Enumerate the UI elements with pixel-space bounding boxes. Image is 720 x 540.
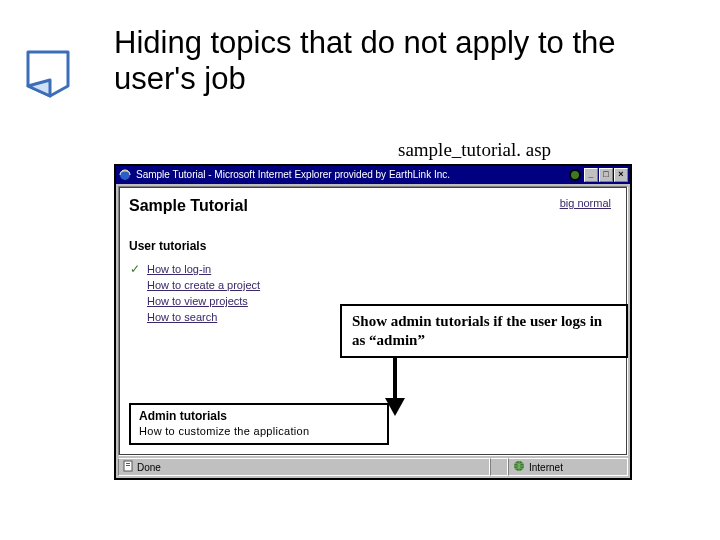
admin-tutorials-heading: Admin tutorials (139, 409, 379, 423)
statusbar-text: Done (137, 462, 161, 473)
svg-point-2 (571, 171, 579, 179)
svg-rect-5 (126, 465, 130, 466)
svg-rect-4 (126, 463, 130, 464)
callout-annotation: Show admin tutorials if the user logs in… (340, 304, 628, 358)
tutorial-link[interactable]: How to create a project (147, 279, 260, 291)
titlebar-text: Sample Tutorial - Microsoft Internet Exp… (136, 170, 568, 180)
maximize-button[interactable]: □ (599, 168, 613, 182)
ie-icon (118, 168, 132, 182)
statusbar-left: Done (118, 458, 490, 476)
tutorial-link[interactable]: How to search (147, 311, 217, 323)
slide-title: Hiding topics that do not apply to the u… (114, 25, 684, 96)
page-heading: Sample Tutorial (129, 197, 617, 215)
minimize-button[interactable]: _ (584, 168, 598, 182)
page-icon (123, 460, 133, 474)
browser-statusbar: Done Internet (118, 458, 628, 476)
statusbar-zone-text: Internet (529, 462, 563, 473)
browser-titlebar: Sample Tutorial - Microsoft Internet Exp… (116, 166, 630, 184)
filename-label: sample_tutorial. asp (398, 140, 551, 159)
admin-tutorials-block: Admin tutorials How to customize the app… (129, 403, 389, 445)
statusbar-ssl (490, 458, 508, 476)
globe-icon (513, 460, 525, 474)
earthlink-logo-icon (568, 168, 582, 182)
slide-note-icon (18, 42, 78, 102)
tutorial-link[interactable]: How to view projects (147, 295, 248, 307)
user-tutorials-heading: User tutorials (129, 239, 617, 253)
statusbar-zone: Internet (508, 458, 628, 476)
close-button[interactable]: × (614, 168, 628, 182)
svg-marker-8 (385, 398, 405, 416)
admin-tutorial-link[interactable]: How to customize the application (139, 425, 379, 437)
callout-arrow-icon (380, 354, 410, 418)
tutorial-link[interactable]: How to log-in (147, 263, 211, 275)
